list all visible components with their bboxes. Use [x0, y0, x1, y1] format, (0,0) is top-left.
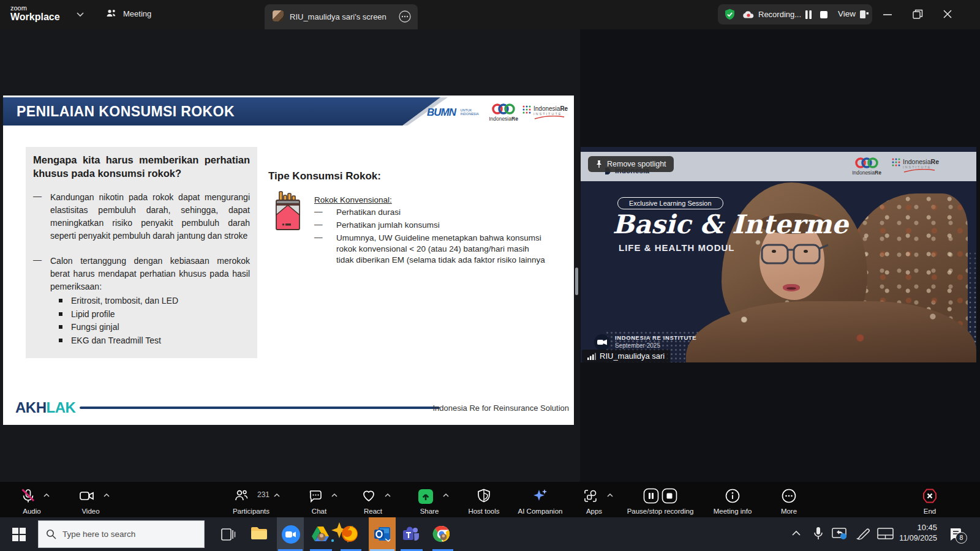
windows-taskbar: Type here to search — [0, 517, 980, 551]
audio-button[interactable]: Audio — [7, 485, 56, 516]
close-window-button[interactable] — [941, 7, 954, 21]
workspace-chevron-down-icon[interactable] — [76, 11, 85, 17]
pause-recording-icon[interactable] — [804, 10, 813, 20]
stop-recording-icon[interactable] — [820, 10, 828, 19]
participants-count: 231 — [257, 490, 270, 499]
session-subtitle: LIFE & HEALTH MODUL — [619, 242, 735, 253]
slide-left-textblock: Mengapa kita harus memberikan perhatian … — [26, 147, 257, 358]
search-icon — [46, 529, 56, 539]
heart-icon — [361, 488, 377, 504]
slide-subbullet-1: Eritrosit, trombosit, dan LED — [71, 294, 250, 308]
indonesia-re-institute-logo: IndonesiaRe INSTITUTE — [522, 105, 568, 119]
apps-button[interactable]: Apps — [571, 485, 617, 516]
share-screen-icon — [417, 488, 434, 505]
firefox-icon[interactable] — [341, 525, 359, 543]
org-video-icon — [594, 334, 610, 350]
pause-stop-recording-button[interactable]: Pause/stop recording — [614, 485, 707, 516]
slide-bullet-1: — Kandungan nikotin pada rokok dapat men… — [33, 191, 250, 242]
view-button-label[interactable]: View — [838, 9, 856, 18]
speaker-video-tile[interactable]: Indonesia IndonesiaRe — [581, 147, 976, 362]
start-button[interactable] — [11, 527, 27, 542]
tab-meeting[interactable]: Meeting — [105, 7, 151, 20]
recording-pill: Recording... View — [718, 4, 872, 24]
tray-microphone-icon[interactable] — [812, 526, 824, 542]
right-bullet-2: — Perhatikan jumlah konsumsi — [314, 220, 546, 231]
tray-pen-icon[interactable] — [855, 527, 871, 541]
chat-chevron-up-icon[interactable] — [331, 493, 338, 498]
tray-touchpad-icon[interactable] — [877, 527, 894, 541]
react-chevron-up-icon[interactable] — [384, 493, 391, 498]
meeting-people-icon — [105, 7, 118, 20]
more-button[interactable]: More — [767, 485, 811, 516]
video-institute-logo: IndonesiaRe INSTITUTE — [892, 158, 939, 173]
zoom-app-icon[interactable] — [282, 525, 300, 544]
file-explorer-icon[interactable] — [250, 525, 270, 544]
tab-shared-screen[interactable]: RIU_maulidya sari's screen — [265, 4, 418, 29]
akhlak-logo: AKHLAK — [15, 399, 75, 416]
notification-badge: 8 — [956, 532, 967, 544]
session-script-title: Basic & Interme — [612, 209, 848, 239]
speaker-portrait — [686, 181, 976, 362]
ai-companion-button[interactable]: AI Companion — [510, 485, 571, 516]
slide-question-heading: Mengapa kita harus memberikan perhatian … — [33, 153, 250, 180]
tray-clock[interactable]: 10:45 11/09/2025 — [895, 522, 937, 544]
share-button[interactable]: Share — [405, 485, 453, 516]
slide-title: PENILAIAN KONSUMSI ROKOK — [3, 97, 440, 126]
clock-time: 10:45 — [895, 522, 937, 533]
video-button[interactable]: Video — [66, 485, 115, 516]
cigarette-pack-icon — [271, 190, 306, 232]
slide-subbullet-2: Lipid profile — [71, 308, 250, 321]
tab-options-ellipsis-icon[interactable] — [398, 10, 412, 23]
ai-sparkle-icon — [532, 488, 549, 504]
slide-right-heading: Tipe Konsumsi Rokok: — [268, 170, 381, 182]
taskbar-search-input[interactable]: Type here to search — [38, 520, 205, 548]
participants-chevron-up-icon[interactable] — [273, 493, 281, 498]
participants-button[interactable]: 231 Participants — [221, 485, 282, 516]
remove-spotlight-button[interactable]: Remove spotlight — [588, 156, 674, 172]
footer-tagline: Indonesia Re for Reinsurance Solution — [346, 403, 569, 413]
host-tools-button[interactable]: Host tools — [459, 485, 508, 516]
task-view-button[interactable] — [219, 526, 236, 543]
tray-chevron-up-icon[interactable] — [791, 530, 801, 537]
chrome-icon[interactable] — [432, 525, 451, 543]
panel-resize-handle[interactable] — [575, 268, 578, 295]
mouth-inner — [786, 287, 796, 290]
end-meeting-button[interactable]: End — [910, 485, 949, 516]
tab-avatar — [273, 10, 284, 21]
share-chevron-up-icon[interactable] — [442, 493, 450, 498]
left-eye — [772, 250, 776, 253]
search-placeholder: Type here to search — [62, 530, 135, 539]
meeting-info-button[interactable]: Meeting info — [704, 485, 761, 516]
google-drive-icon[interactable] — [311, 525, 330, 542]
outlook-icon[interactable] — [373, 525, 391, 542]
brand-zoom: zoom — [10, 5, 60, 12]
microphone-muted-icon — [20, 488, 36, 504]
slide-bullet-2: — Calon tertanggung dengan kebiasaan mer… — [33, 255, 250, 293]
view-layout-icon[interactable] — [859, 10, 869, 19]
tray-display-share-icon[interactable] — [832, 527, 848, 541]
participants-icon — [233, 488, 249, 504]
video-chevron-up-icon[interactable] — [103, 493, 110, 498]
bumn-logo: BUMN UNTUK INDONESIA — [427, 107, 480, 119]
apps-icon — [582, 488, 598, 504]
teams-icon[interactable] — [402, 525, 420, 542]
zoom-workplace-logo[interactable]: zoom Workplace — [10, 5, 60, 22]
slide-subbullet-3: Fungsi ginjal — [71, 321, 250, 334]
apps-chevron-up-icon[interactable] — [606, 493, 614, 498]
presentation-slide: PENILAIAN KONSUMSI ROKOK BUMN UNTUK INDO… — [3, 96, 574, 425]
end-call-icon — [921, 488, 938, 504]
chat-button[interactable]: Chat — [295, 485, 343, 516]
react-button[interactable]: React — [350, 485, 396, 516]
security-shield-icon[interactable] — [723, 8, 736, 21]
title-bar: zoom Workplace Meeting RIU_maulidya sari… — [0, 0, 980, 29]
minimize-button[interactable] — [881, 9, 894, 21]
zoom-workplace-window: zoom Workplace Meeting RIU_maulidya sari… — [0, 0, 980, 551]
camera-icon — [78, 488, 96, 504]
remove-spotlight-label: Remove spotlight — [607, 160, 666, 168]
pin-icon — [595, 160, 603, 168]
audio-chevron-up-icon[interactable] — [43, 493, 50, 498]
restore-window-button[interactable] — [910, 7, 925, 21]
info-icon — [725, 488, 741, 504]
more-ellipsis-icon — [781, 488, 797, 504]
notification-center-icon[interactable]: 8 — [948, 526, 964, 542]
